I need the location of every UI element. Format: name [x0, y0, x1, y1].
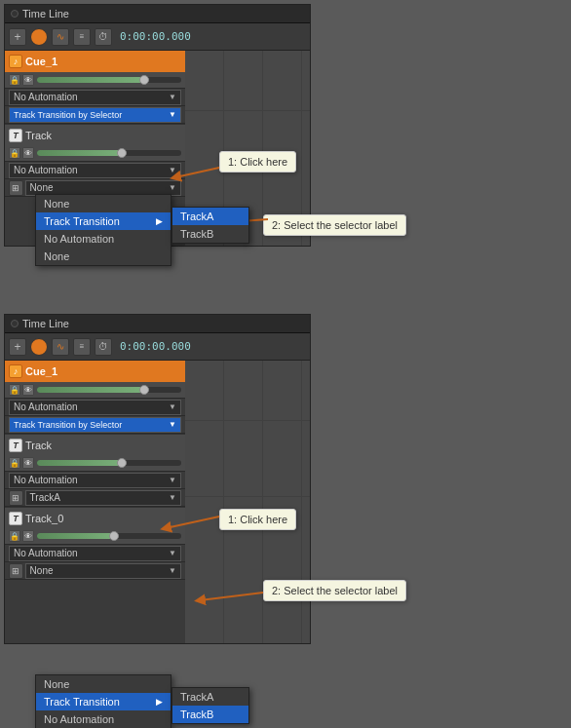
callout1-s2: 1: Click here: [219, 509, 296, 530]
track1-controls: 🔒 👁: [5, 145, 185, 161]
menu-item-none[interactable]: None: [36, 195, 171, 212]
s2-dropdown-arrow3: ▼: [169, 476, 176, 484]
time-display-1: 0:00:00.000: [120, 30, 191, 43]
s2-track1-selector-dropdown[interactable]: TrackA ▼: [25, 490, 181, 506]
cue1-transition-row: Track Transition by Selector ▼: [5, 105, 185, 123]
wave-button2[interactable]: ∿: [52, 338, 69, 356]
s2-cue1-mini-icons: 🔒 👁: [9, 384, 34, 396]
toolbar-2: + ∿ ≡ ⏱ 0:00:00.000: [5, 333, 310, 361]
s2-dropdown-arrow4: ▼: [169, 493, 176, 502]
track1-automation-dropdown[interactable]: No Automation ▼: [9, 163, 181, 178]
s2-lock-icon3[interactable]: 🔒: [9, 530, 20, 542]
s2-submenu-item-trackb[interactable]: TrackB: [172, 706, 248, 723]
main-wrapper: Time Line + ∿ ≡ ⏱ 0:00:00.000 ♪ Cue: [0, 0, 571, 728]
s2-joystick-icon2: ⊞: [9, 563, 23, 579]
s2-track2-selector-row: ⊞ None ▼: [5, 561, 185, 579]
s2-menu-item-none[interactable]: None: [36, 675, 171, 693]
section1: Time Line + ∿ ≡ ⏱ 0:00:00.000 ♪ Cue: [4, 4, 311, 247]
lock-icon[interactable]: 🔒: [9, 74, 20, 86]
s2-cue1-label: Cue_1: [25, 365, 57, 377]
track1-mini-icons: 🔒 👁: [9, 147, 34, 159]
s2-track2-mini-icons: 🔒 👁: [9, 530, 34, 542]
add-button2[interactable]: +: [9, 338, 26, 356]
submenu-item-tracka[interactable]: TrackA: [172, 208, 248, 225]
lock-icon2[interactable]: 🔒: [9, 147, 20, 159]
panel-title-1: Time Line: [22, 8, 69, 19]
s2-track1-automation-dropdown[interactable]: No Automation ▼: [9, 473, 181, 488]
s2-eye-icon[interactable]: 👁: [22, 384, 34, 396]
submenu-item-trackb[interactable]: TrackB: [172, 225, 248, 243]
record-button2[interactable]: [30, 338, 48, 356]
s2-lock-icon[interactable]: 🔒: [9, 384, 20, 396]
callout2-s2: 2: Select the selector label: [263, 580, 406, 601]
track-icon: T: [9, 129, 22, 142]
s2-track2-header: T Track_0: [5, 507, 185, 528]
submenu-1: TrackA TrackB: [171, 207, 249, 244]
s2-dropdown-arrow: ▼: [169, 402, 176, 411]
cue1-automation-row: No Automation ▼: [5, 88, 185, 105]
context-menu-2: None Track Transition ▶ No Automation No…: [35, 674, 171, 728]
eye-icon2[interactable]: 👁: [22, 147, 34, 159]
s2-cue1-automation-dropdown[interactable]: No Automation ▼: [9, 400, 181, 415]
cue1-automation-dropdown[interactable]: No Automation ▼: [9, 90, 181, 105]
s2-dropdown-arrow5: ▼: [169, 549, 176, 557]
s2-menu-item-track-transition[interactable]: Track Transition ▶: [36, 693, 171, 710]
s2-cue1-controls: 🔒 👁: [5, 382, 185, 398]
s2-submenu-item-tracka[interactable]: TrackA: [172, 688, 248, 706]
s2-cue1-automation-row: No Automation ▼: [5, 398, 185, 415]
s2-track1-volume[interactable]: [37, 460, 181, 466]
toolbar-1: + ∿ ≡ ⏱ 0:00:00.000: [5, 23, 310, 51]
s2-track1-header: T Track: [5, 434, 185, 455]
title-dot: [11, 10, 19, 18]
s2-track1-label: Track: [25, 440, 52, 451]
s2-track2-volume[interactable]: [37, 533, 181, 539]
s2-cue1-transition-dropdown[interactable]: Track Transition by Selector ▼: [9, 417, 181, 433]
s2-submenu-arrow: ▶: [156, 697, 163, 707]
cue1-label: Cue_1: [25, 56, 57, 67]
s2-cue-icon: ♪: [9, 364, 22, 378]
s2-track2-automation-row: No Automation ▼: [5, 544, 185, 561]
track1-group: T Track 🔒 👁: [5, 124, 185, 197]
s2-eye-icon2[interactable]: 👁: [22, 457, 34, 469]
menu-item-track-transition[interactable]: Track Transition ▶: [36, 212, 171, 230]
s2-eye-icon3[interactable]: 👁: [22, 530, 34, 542]
eye-icon[interactable]: 👁: [22, 74, 34, 86]
s2-dropdown-arrow2: ▼: [169, 420, 176, 429]
cue1-header: ♪ Cue_1: [5, 51, 185, 72]
time-display-2: 0:00:00.000: [120, 340, 191, 353]
menu-item-none2[interactable]: None: [36, 248, 171, 265]
joystick-icon: ⊞: [9, 180, 23, 196]
wave-button[interactable]: ∿: [52, 28, 69, 46]
s2-track1-mini-icons: 🔒 👁: [9, 457, 34, 469]
section-gap: [0, 302, 571, 314]
list-button[interactable]: ≡: [73, 28, 91, 46]
add-button[interactable]: +: [9, 28, 26, 46]
cue1-controls: 🔒 👁: [5, 72, 185, 88]
track1-volume[interactable]: [37, 150, 181, 156]
s2-track1-controls: 🔒 👁: [5, 455, 185, 471]
list-button2[interactable]: ≡: [73, 338, 91, 356]
s2-dropdown-arrow6: ▼: [169, 566, 176, 575]
s2-track2-label: Track_0: [25, 513, 63, 524]
cue1-transition-dropdown[interactable]: Track Transition by Selector ▼: [9, 107, 181, 123]
clock-button[interactable]: ⏱: [95, 28, 112, 46]
s2-menu-item-no-automation[interactable]: No Automation: [36, 710, 171, 728]
dropdown-arrow: ▼: [169, 93, 176, 101]
menu-item-no-automation[interactable]: No Automation: [36, 230, 171, 248]
s2-cue1-header: ♪ Cue_1: [5, 361, 185, 382]
clock-button2[interactable]: ⏱: [95, 338, 112, 356]
s2-track2-controls: 🔒 👁: [5, 528, 185, 544]
s2-track1-automation-row: No Automation ▼: [5, 471, 185, 488]
callout1-s1: 1: Click here: [219, 151, 296, 172]
s2-track-icon: T: [9, 439, 22, 452]
s2-cue1-volume[interactable]: [37, 387, 181, 393]
s2-track2-automation-dropdown[interactable]: No Automation ▼: [9, 546, 181, 561]
title-bar-2: Time Line: [5, 315, 310, 333]
s2-lock-icon2[interactable]: 🔒: [9, 457, 20, 469]
cue-icon: ♪: [9, 55, 22, 68]
title-dot2: [11, 320, 19, 327]
record-button[interactable]: [30, 28, 48, 46]
s2-track2-selector-dropdown[interactable]: None ▼: [25, 563, 181, 579]
track1-automation-row: No Automation ▼: [5, 161, 185, 178]
cue1-volume[interactable]: [37, 77, 181, 83]
